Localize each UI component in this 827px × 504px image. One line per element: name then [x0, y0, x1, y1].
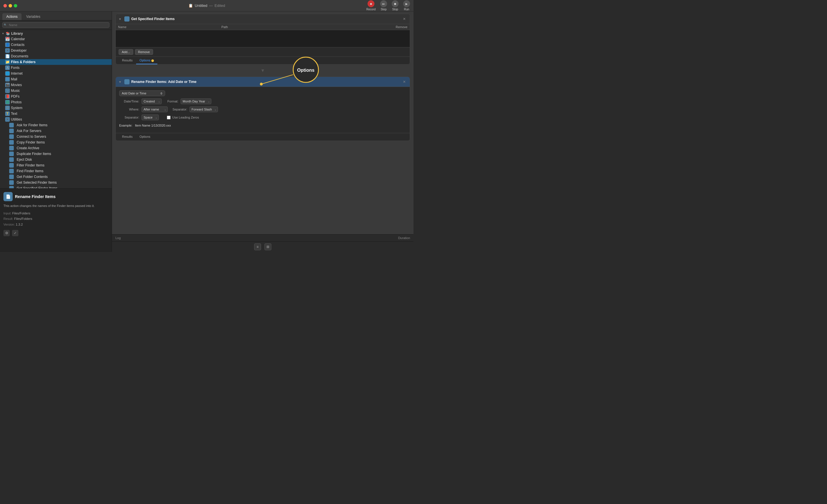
action-icon-2 [124, 79, 130, 84]
action-header-1: ▼ Get Specified Finder Items ✕ [116, 14, 410, 24]
description-title: Rename Finder Items [15, 194, 56, 199]
separator-select[interactable]: Forward Slash Dash Dot [190, 106, 218, 112]
action-item-eject-disk[interactable]: Eject Disk [0, 157, 112, 162]
titlebar-controls: ⏺ Record ⏭ Step ⏹ Stop ▶ Run [367, 0, 410, 11]
leading-zeros-checkbox[interactable] [167, 116, 171, 119]
sidebar-item-photos[interactable]: 🖼 Photos [0, 99, 112, 105]
search-bar [0, 20, 112, 30]
table-body [116, 30, 410, 45]
svg-text:Options: Options [297, 68, 315, 72]
collapse-icon-2[interactable]: ▼ [118, 80, 121, 84]
sidebar-item-mail[interactable]: ✉ Mail [0, 77, 112, 82]
bottom-toolbar: ≡ ⊞ [112, 241, 414, 252]
date-time-select-wrapper: Created Modified [142, 98, 162, 104]
close-window-button[interactable] [3, 4, 7, 7]
action-tabs-2: Results Options [116, 133, 410, 141]
options-callout-container: Options [253, 54, 325, 89]
sidebar-item-fonts[interactable]: A Fonts [0, 65, 112, 70]
tab-results-1[interactable]: Results [118, 57, 136, 64]
remove-button[interactable]: Remove [135, 49, 153, 55]
tab-results-2[interactable]: Results [118, 133, 136, 141]
action-item-filter-finder-items[interactable]: Filter Finder Items [0, 162, 112, 168]
description-panel: 📄 Rename Finder Items This action change… [0, 188, 112, 252]
action-icon-1 [124, 16, 130, 21]
close-button-1[interactable]: ✕ [402, 16, 407, 21]
sidebar-item-calendar[interactable]: 📅 Calendar [0, 36, 112, 42]
fullscreen-window-button[interactable] [14, 4, 17, 7]
action-item-find-finder-items[interactable]: Find Finder Items [0, 168, 112, 174]
separator2-checkbox-row: Separator: Space None Use Leading Zeros [119, 114, 406, 120]
title-separator: — [209, 3, 213, 8]
column-view-button[interactable]: ⊞ [264, 243, 271, 250]
tab-variables[interactable]: Variables [22, 13, 44, 20]
window-title: 📋 Untitled — Edited [188, 3, 225, 8]
step-button[interactable]: ⏭ Step [380, 0, 387, 11]
options-indicator-dot [151, 59, 154, 62]
stepper-buttons[interactable] [160, 92, 162, 95]
library-root[interactable]: ▼ 📚 Library [0, 31, 112, 36]
finder-items-table: Name Path Remove [116, 24, 410, 47]
check-button[interactable]: ✓ [12, 230, 18, 236]
where-select-wrapper: After name Before name [142, 106, 168, 112]
record-button[interactable]: ⏺ Record [367, 0, 376, 11]
format-select[interactable]: Month Day Year Year Month Day [181, 98, 211, 104]
duration-label: Duration [398, 236, 410, 240]
sidebar-item-internet[interactable]: 🌐 Internet [0, 70, 112, 77]
action-item-ask-for-finder-items[interactable]: Ask for Finder Items [0, 122, 112, 128]
sidebar-tabs: Actions Variables [0, 11, 112, 20]
close-button-2[interactable]: ✕ [402, 79, 407, 84]
description-text: This action changes the names of the Fin… [3, 203, 108, 208]
minimize-window-button[interactable] [9, 4, 12, 7]
date-time-select[interactable]: Created Modified [142, 98, 162, 104]
action-item-create-archive[interactable]: Create Archive [0, 145, 112, 151]
action-item-get-specified-finder-items[interactable]: Get Specified Finder Items [0, 186, 112, 188]
sidebar-item-system[interactable]: ⚙ System [0, 105, 112, 111]
separator2-select-wrapper: Space None [142, 114, 159, 120]
format-select-wrapper: Month Day Year Year Month Day [181, 98, 211, 104]
stop-button[interactable]: ⏹ Stop [392, 0, 399, 11]
action-item-duplicate-finder-items[interactable]: Duplicate Finder Items [0, 151, 112, 157]
workflow-icon: 📋 [188, 3, 193, 8]
description-meta: Input: Files/Folders Result: Files/Folde… [3, 211, 108, 228]
tab-options-2[interactable]: Options [136, 133, 154, 141]
action-item-get-folder-contents[interactable]: Get Folder Contents [0, 174, 112, 180]
run-button[interactable]: ▶ Run [403, 0, 410, 11]
action-item-ask-for-servers[interactable]: Ask For Servers [0, 128, 112, 134]
add-date-row: Add Date or Time [119, 90, 406, 96]
sidebar-item-movies[interactable]: 🎬 Movies [0, 82, 112, 88]
add-date-selector[interactable]: Add Date or Time [119, 90, 165, 96]
log-label: Log [115, 236, 120, 240]
separator-select-wrapper: Forward Slash Dash Dot [190, 106, 218, 112]
sidebar-item-utilities[interactable]: ✕ Utilities [0, 116, 112, 122]
sidebar: Actions Variables ▼ 📚 Library 📅 [0, 11, 112, 252]
sidebar-item-pdfs[interactable]: 📕 PDFs [0, 94, 112, 99]
tab-options-1[interactable]: Options [136, 57, 157, 64]
add-button[interactable]: Add... [118, 49, 133, 55]
callout-svg: Options [253, 54, 325, 88]
table-header: Name Path Remove [116, 24, 410, 30]
search-input[interactable] [2, 22, 109, 28]
rename-form: Add Date or Time Date/Time: Create [116, 87, 410, 133]
sidebar-item-text[interactable]: T Text [0, 111, 112, 116]
separator2-select[interactable]: Space None [142, 114, 159, 120]
action-item-connect-to-servers[interactable]: Connect to Servers [0, 134, 112, 140]
action-item-copy-finder-items[interactable]: Copy Finder Items [0, 140, 112, 145]
where-separator-row: Where: After name Before name Separator:… [119, 106, 406, 112]
sidebar-item-documents[interactable]: 📄 Documents [0, 53, 112, 59]
tab-actions[interactable]: Actions [2, 13, 21, 20]
example-text: Example: Item Name 1/13/2020.xxx [119, 122, 406, 130]
sidebar-item-developer[interactable]: ✕ Developer [0, 48, 112, 53]
gear-button[interactable]: ⚙ [3, 230, 10, 236]
collapse-icon-1[interactable]: ▼ [118, 17, 121, 21]
action-item-get-selected-finder-items[interactable]: Get Selected Finder Items [0, 180, 112, 186]
where-select[interactable]: After name Before name [142, 106, 168, 112]
library-tree: ▼ 📚 Library 📅 Calendar 👤 Contacts ✕ Deve… [0, 30, 112, 188]
datetime-format-row: Date/Time: Created Modified Format: Mont… [119, 98, 406, 104]
description-icon: 📄 [3, 192, 13, 201]
content-area: ▼ Get Specified Finder Items ✕ Name Path… [112, 11, 414, 252]
list-view-button[interactable]: ≡ [254, 243, 261, 250]
sidebar-item-music[interactable]: 🎵 Music [0, 88, 112, 94]
sidebar-item-contacts[interactable]: 👤 Contacts [0, 42, 112, 48]
sidebar-item-files-folders[interactable]: 📁 Files & Folders [0, 59, 112, 65]
workflow-area: ▼ Get Specified Finder Items ✕ Name Path… [112, 11, 414, 234]
